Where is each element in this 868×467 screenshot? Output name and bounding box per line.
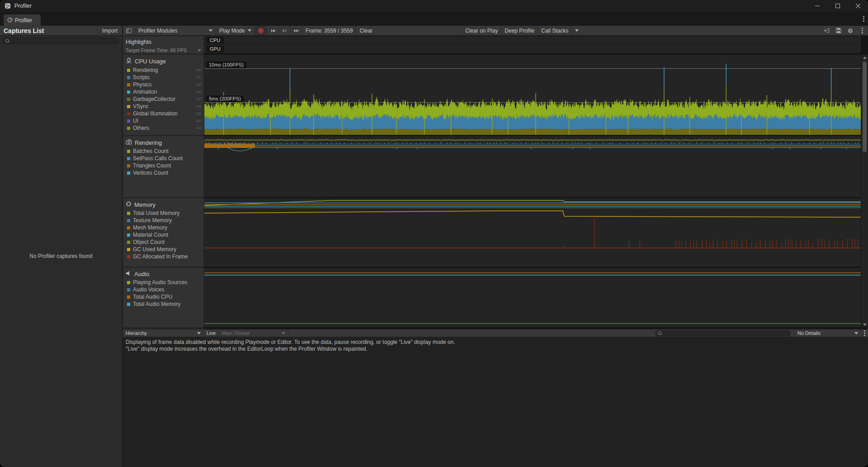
legend-item[interactable]: Rendering [123, 67, 204, 74]
help-icon[interactable]: ? [844, 26, 856, 35]
legend-item[interactable]: GC Used Memory [123, 246, 204, 253]
legend-item[interactable]: Physics [123, 81, 204, 88]
record-button[interactable] [255, 26, 267, 35]
memory-chart-canvas[interactable] [204, 198, 861, 267]
legend-label: Others [133, 125, 149, 131]
legend-item[interactable]: Animation [123, 88, 204, 95]
details-kebab-menu-icon[interactable] [861, 329, 868, 337]
toolbar-kebab-menu-icon[interactable] [856, 26, 868, 35]
legend-item[interactable]: Global Illumination [123, 110, 204, 117]
legend-label: Batches Count [133, 148, 169, 154]
target-frame-time-dropdown[interactable]: Target Frame Time: 60 FPS [123, 46, 204, 53]
call-stacks-dropdown[interactable] [571, 26, 582, 35]
close-button[interactable] [848, 0, 868, 12]
drag-handle-icon[interactable] [196, 76, 201, 78]
scrollbar-thumb[interactable] [863, 62, 867, 152]
module-section-highlights: HighlightsTarget Frame Time: 60 FPS [123, 36, 204, 53]
legend-label: Material Count [133, 232, 168, 238]
scroll-down-icon[interactable] [861, 322, 868, 327]
legend-item[interactable]: Total Audio CPU [123, 293, 204, 300]
cpu-usage-chart[interactable]: 10ms (100FPS) 5ms (200FPS) [204, 55, 861, 135]
highlight-row-cpu[interactable]: CPU [204, 36, 861, 44]
load-profile-icon[interactable] [821, 26, 833, 35]
legend-item[interactable]: Texture Memory [123, 217, 204, 224]
current-frame-button[interactable] [290, 26, 302, 35]
captures-list-title: Captures List [4, 27, 97, 34]
live-toggle[interactable]: Live [204, 329, 219, 337]
drag-handle-icon[interactable] [196, 84, 201, 86]
legend-item[interactable]: SetPass Calls Count [123, 155, 204, 162]
legend-item[interactable]: Playing Audio Sources [123, 279, 204, 286]
legend-item[interactable]: Total Used Memory [123, 210, 204, 217]
rendering-chart[interactable] [204, 136, 861, 197]
details-view-dropdown[interactable]: Hierarchy [123, 329, 204, 337]
legend-item[interactable]: Vertices Count [123, 169, 204, 176]
legend-item[interactable]: Material Count [123, 231, 204, 238]
legend-item[interactable]: GC Allocated In Frame [123, 253, 204, 260]
highlight-row-gpu[interactable]: GPU [204, 45, 861, 53]
drag-handle-icon[interactable] [196, 120, 201, 122]
legend-color-chip [127, 234, 130, 237]
cpu-usage-chart-canvas[interactable] [204, 55, 861, 135]
legend-color-chip [127, 172, 130, 175]
memory-chart[interactable] [204, 198, 861, 267]
clear-on-play-toggle[interactable]: Clear on Play [462, 26, 501, 35]
tab-overflow-menu-icon[interactable] [863, 16, 864, 22]
drag-handle-icon[interactable] [196, 113, 201, 114]
window-title: Profiler [14, 3, 32, 9]
tab-label: Profiler [15, 17, 32, 24]
legend-item[interactable]: Others [123, 124, 204, 132]
drag-handle-icon[interactable] [196, 105, 201, 107]
legend-label: Rendering [133, 67, 158, 73]
rendering-chart-canvas[interactable] [204, 136, 861, 197]
audio-chart-canvas[interactable] [204, 268, 861, 327]
minimize-button[interactable] [807, 0, 827, 12]
play-mode-dropdown[interactable]: Play Mode [216, 26, 255, 35]
thread-dropdown[interactable]: Main Thread [219, 329, 288, 337]
drag-handle-icon[interactable] [196, 91, 201, 93]
legend-item[interactable]: GarbageCollector [123, 95, 204, 103]
cpu-pill[interactable]: CPU [206, 37, 224, 43]
legend-item[interactable]: VSync [123, 103, 204, 110]
legend-item[interactable]: Triangles Count [123, 162, 204, 169]
details-search-input[interactable] [664, 330, 788, 337]
module-section-memory: MemoryTotal Used MemoryTexture MemoryMes… [123, 198, 204, 267]
profiler-modules-dropdown[interactable]: Profiler Modules [135, 26, 216, 35]
import-button[interactable]: Import [97, 26, 122, 35]
legend-item[interactable]: UI [123, 117, 204, 124]
legend-item[interactable]: Total Audio Memory [123, 300, 204, 308]
module-header-memory: Memory [123, 198, 204, 210]
next-frame-button[interactable] [278, 26, 290, 35]
legend-item[interactable]: Audio Voices [123, 286, 204, 293]
gpu-pill[interactable]: GPU [206, 46, 224, 52]
legend-item[interactable]: Scripts [123, 74, 204, 81]
drag-handle-icon[interactable] [196, 69, 201, 71]
sidebar-toggle-icon[interactable] [123, 26, 135, 35]
legend-color-chip [127, 212, 130, 215]
captures-empty-message: No Profiler captures found [0, 253, 122, 259]
charts-scrollbar[interactable] [861, 55, 868, 327]
maximize-button[interactable] [827, 0, 848, 12]
call-stacks-toggle[interactable]: Call Stacks [538, 26, 571, 35]
legend-item[interactable]: Batches Count [123, 148, 204, 155]
legend-item[interactable]: Object Count [123, 238, 204, 246]
captures-search-input[interactable] [11, 38, 116, 44]
legend-item[interactable]: Mesh Memory [123, 224, 204, 231]
clear-button[interactable]: Clear [356, 26, 376, 35]
prev-frame-button[interactable] [267, 26, 278, 35]
captures-searchbox[interactable] [3, 38, 118, 44]
details-pane-dropdown[interactable]: No Details [794, 329, 861, 337]
module-section-rendering: RenderingBatches CountSetPass Calls Coun… [123, 136, 204, 197]
scroll-up-icon[interactable] [861, 55, 868, 60]
legend-color-chip [127, 226, 130, 229]
legend-color-chip [127, 303, 130, 306]
deep-profile-toggle[interactable]: Deep Profile [501, 26, 538, 35]
chevron-down-icon [854, 332, 858, 334]
audio-chart[interactable] [204, 268, 861, 327]
drag-handle-icon[interactable] [196, 127, 201, 129]
search-icon [658, 331, 662, 335]
details-searchbox[interactable] [655, 330, 791, 336]
tab-profiler[interactable]: Profiler [4, 14, 41, 26]
save-profile-icon[interactable] [833, 26, 844, 35]
drag-handle-icon[interactable] [196, 98, 201, 100]
